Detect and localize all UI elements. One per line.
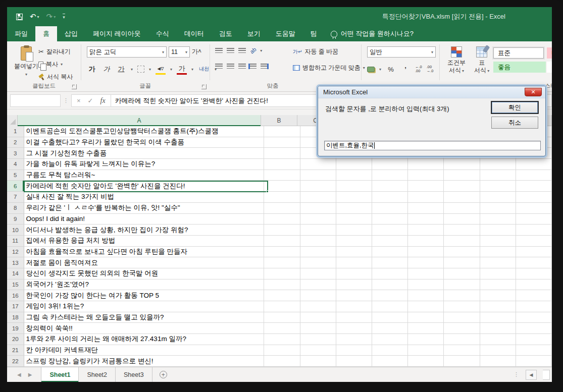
undo-button[interactable]: ↶▾ xyxy=(30,12,39,21)
cell-A8[interactable]: 우리가 같은 'ㅣ ㅅㄹ수'를 반복하는 이유, 앗! "실수" xyxy=(24,203,265,214)
cell-style-bad[interactable]: 나 xyxy=(547,47,552,59)
comma-style-button[interactable]: ’ xyxy=(400,64,411,75)
row-header-12[interactable]: 12 xyxy=(7,247,24,258)
row-header-5[interactable]: 5 xyxy=(7,170,24,181)
cell-E18[interactable] xyxy=(372,312,408,323)
cell-C17[interactable] xyxy=(300,301,336,312)
ribbon-tab-5[interactable]: 데이터 xyxy=(177,26,212,41)
row-header-19[interactable]: 19 xyxy=(7,323,24,334)
cell-C18[interactable] xyxy=(300,312,336,323)
cell-D11[interactable] xyxy=(336,236,372,247)
cell-B3[interactable] xyxy=(264,148,300,159)
cell-C15[interactable] xyxy=(300,279,336,291)
cell-D6[interactable] xyxy=(336,181,372,192)
cell-A4[interactable]: 가을 하늘이 유독 파랗게 느껴지는 이유는? xyxy=(24,159,265,170)
cell-I12[interactable] xyxy=(516,247,552,258)
ribbon-tab-4[interactable]: 수식 xyxy=(148,26,177,41)
sheet-nav-right-icon[interactable]: ▶ xyxy=(28,372,32,377)
font-color-caret-icon[interactable]: ▾ xyxy=(191,67,193,72)
row-header-7[interactable]: 7 xyxy=(7,192,24,203)
cell-A22[interactable]: 스프링 장난감, 슬링키가 저금통으로 변신! xyxy=(24,356,265,367)
cell-G7[interactable] xyxy=(444,192,480,203)
cell-E4[interactable] xyxy=(372,159,408,170)
cell-style-good[interactable]: 좋음 xyxy=(493,62,546,73)
increase-indent-button[interactable] xyxy=(261,64,267,69)
ribbon-tab-9[interactable]: 팀 xyxy=(303,26,325,41)
row-header-18[interactable]: 18 xyxy=(7,312,24,323)
cell-F13[interactable] xyxy=(408,257,444,268)
cell-B16[interactable] xyxy=(264,290,300,301)
cell-style-normal[interactable]: 표준 xyxy=(493,47,544,59)
cell-A1[interactable]: 이벤트곰손의 도전스쿨툰고민상담쨈닥터스쿨잼 홈트(주)스쿨잼 xyxy=(24,126,265,137)
ribbon-tab-0[interactable]: 파일 xyxy=(7,26,35,41)
align-top-button[interactable] xyxy=(215,48,223,53)
cell-D16[interactable] xyxy=(336,290,372,301)
cell-F6[interactable] xyxy=(408,181,444,192)
dialog-text-input[interactable]: 이벤트,효율,한국 xyxy=(324,141,541,150)
cell-A20[interactable]: 1루와 2루 사이의 거리는 왜 애매하게 27.431m 일까? xyxy=(24,334,265,345)
cell-F20[interactable] xyxy=(408,334,444,345)
cell-B4[interactable] xyxy=(264,159,300,170)
cell-I11[interactable] xyxy=(516,236,552,247)
row-header-22[interactable]: 22 xyxy=(7,356,24,367)
cell-G17[interactable] xyxy=(444,301,480,312)
cancel-formula-icon[interactable]: × xyxy=(77,97,81,104)
cell-F12[interactable] xyxy=(408,247,444,258)
fill-color-caret-icon[interactable]: ▾ xyxy=(170,67,172,72)
cell-H16[interactable] xyxy=(480,290,516,301)
cell-C13[interactable] xyxy=(300,257,336,268)
format-painter-button[interactable]: 서식 복사 xyxy=(38,73,73,81)
cell-F9[interactable] xyxy=(408,214,444,225)
accounting-caret-icon[interactable]: ▾ xyxy=(379,67,381,72)
cell-B15[interactable] xyxy=(264,279,300,291)
cell-G4[interactable] xyxy=(444,159,480,170)
cell-H7[interactable] xyxy=(480,192,516,203)
cell-B20[interactable] xyxy=(264,334,300,345)
cell-D8[interactable] xyxy=(336,203,372,214)
cell-C10[interactable] xyxy=(300,225,336,236)
row-header-15[interactable]: 15 xyxy=(7,279,24,291)
name-box[interactable] xyxy=(10,94,61,107)
cell-E17[interactable] xyxy=(372,301,408,312)
merge-center-caret-icon[interactable]: ▾ xyxy=(363,66,365,70)
cell-D9[interactable] xyxy=(336,214,372,225)
row-header-6[interactable]: 6 xyxy=(7,181,24,192)
cell-C22[interactable] xyxy=(300,356,336,367)
sheet-nav-left-icon[interactable]: ◀ xyxy=(17,372,21,377)
font-color-button[interactable]: 가 xyxy=(177,64,187,75)
cell-C4[interactable] xyxy=(300,159,336,170)
hscroll-track[interactable] xyxy=(543,370,550,380)
cell-C8[interactable] xyxy=(300,203,336,214)
cell-I14[interactable] xyxy=(516,268,552,279)
cell-A5[interactable]: 구름도 무척 탐스러워~ xyxy=(24,170,265,181)
cell-E20[interactable] xyxy=(372,334,408,345)
number-format-combo[interactable]: 일반 ▾ xyxy=(367,46,436,58)
cell-E14[interactable] xyxy=(372,268,408,279)
cell-D17[interactable] xyxy=(336,301,372,312)
cell-E8[interactable] xyxy=(372,203,408,214)
cell-style-warning[interactable]: 경 xyxy=(547,62,552,73)
cell-I22[interactable] xyxy=(516,356,552,367)
percent-style-button[interactable]: % xyxy=(386,64,396,75)
row-header-17[interactable]: 17 xyxy=(7,301,24,312)
font-size-combo[interactable]: 11 ▾ xyxy=(169,46,190,58)
cell-B8[interactable] xyxy=(264,203,300,214)
cell-G21[interactable] xyxy=(444,345,480,356)
save-button[interactable] xyxy=(16,14,23,20)
row-header-4[interactable]: 4 xyxy=(7,159,24,170)
cell-H6[interactable] xyxy=(480,181,516,192)
cell-A7[interactable]: 실내 사진 잘 찍는 3가지 비법 xyxy=(24,192,265,203)
cell-A6[interactable]: 카메라에 적힌 숫자만 알아도 '완벽한' 사진을 건진다! xyxy=(24,181,265,192)
ribbon-tab-1[interactable]: 홈 xyxy=(35,26,57,41)
cell-H9[interactable] xyxy=(480,214,516,225)
cell-H4[interactable] xyxy=(480,159,516,170)
cell-B19[interactable] xyxy=(264,323,300,334)
ribbon-tab-8[interactable]: 도움말 xyxy=(268,26,303,41)
font-name-combo[interactable]: 맑은 고딕 ▾ xyxy=(87,46,167,58)
cell-D13[interactable] xyxy=(336,257,372,268)
cell-A13[interactable]: 저절로 몸이 움직여져요 xyxy=(24,257,265,268)
sheet-tab-sheet2[interactable]: Sheet2 xyxy=(79,367,116,382)
cut-button[interactable]: ✂ 잘라내기 xyxy=(38,47,71,56)
cell-A17[interactable]: 게임이 3위! 1위는? xyxy=(24,301,265,312)
cell-I15[interactable] xyxy=(516,279,552,291)
